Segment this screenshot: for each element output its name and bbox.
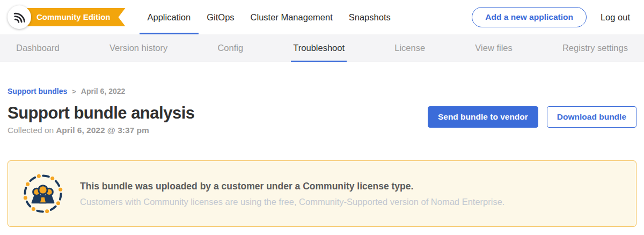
breadcrumb-separator: > xyxy=(72,87,76,96)
community-license-notice: This bundle was uploaded by a customer u… xyxy=(8,160,636,227)
nav-tab-cluster-management[interactable]: Cluster Management xyxy=(243,0,341,34)
subnav-tab-view-files[interactable]: View files xyxy=(473,34,514,62)
notice-heading: This bundle was uploaded by a customer u… xyxy=(80,181,504,192)
subnav-tab-license[interactable]: License xyxy=(392,34,427,62)
subnav-tab-config[interactable]: Config xyxy=(215,34,245,62)
breadcrumb-support-bundles-link[interactable]: Support bundles xyxy=(8,87,67,96)
logo-and-badge: Community Edition xyxy=(8,5,126,29)
subnav-tab-troubleshoot[interactable]: Troubleshoot xyxy=(291,34,347,62)
app-subnav: Dashboard Version history Config Trouble… xyxy=(0,34,644,62)
breadcrumb-current-bundle: April 6, 2022 xyxy=(81,87,126,96)
community-people-icon xyxy=(22,173,64,215)
top-navbar: Community Edition Application GitOps Clu… xyxy=(0,0,644,34)
bundle-actions: Send bundle to vendor Download bundle xyxy=(428,106,636,128)
nav-tab-gitops[interactable]: GitOps xyxy=(199,0,242,34)
collected-date: April 6, 2022 @ 3:37 pm xyxy=(56,126,149,135)
nav-tab-application[interactable]: Application xyxy=(140,0,199,34)
notice-text: This bundle was uploaded by a customer u… xyxy=(80,181,504,207)
title-block: Support bundle analysis Collected onApri… xyxy=(8,104,195,135)
logout-link[interactable]: Log out xyxy=(601,12,630,23)
subnav-tab-dashboard[interactable]: Dashboard xyxy=(14,34,62,62)
primary-nav-tabs: Application GitOps Cluster Management Sn… xyxy=(140,0,399,34)
add-new-application-button[interactable]: Add a new application xyxy=(472,7,587,27)
support-bundle-page: Community Edition Application GitOps Clu… xyxy=(0,0,644,235)
subnav-tab-registry-settings[interactable]: Registry settings xyxy=(560,34,630,62)
replicated-logo-icon[interactable] xyxy=(8,5,31,29)
download-bundle-button[interactable]: Download bundle xyxy=(547,106,636,128)
community-edition-badge: Community Edition xyxy=(25,8,126,26)
nav-tab-snapshots[interactable]: Snapshots xyxy=(341,0,399,34)
breadcrumb: Support bundles > April 6, 2022 xyxy=(8,87,636,96)
notice-body: Customers with Community licenses are us… xyxy=(80,197,504,207)
collected-prefix: Collected on xyxy=(8,126,54,135)
subnav-tab-version-history[interactable]: Version history xyxy=(107,34,170,62)
page-title: Support bundle analysis xyxy=(8,104,195,123)
send-bundle-to-vendor-button[interactable]: Send bundle to vendor xyxy=(428,106,538,128)
collected-timestamp: Collected onApril 6, 2022 @ 3:37 pm xyxy=(8,126,195,135)
title-row: Support bundle analysis Collected onApri… xyxy=(8,104,636,135)
main-content: Support bundles > April 6, 2022 Support … xyxy=(0,87,644,227)
